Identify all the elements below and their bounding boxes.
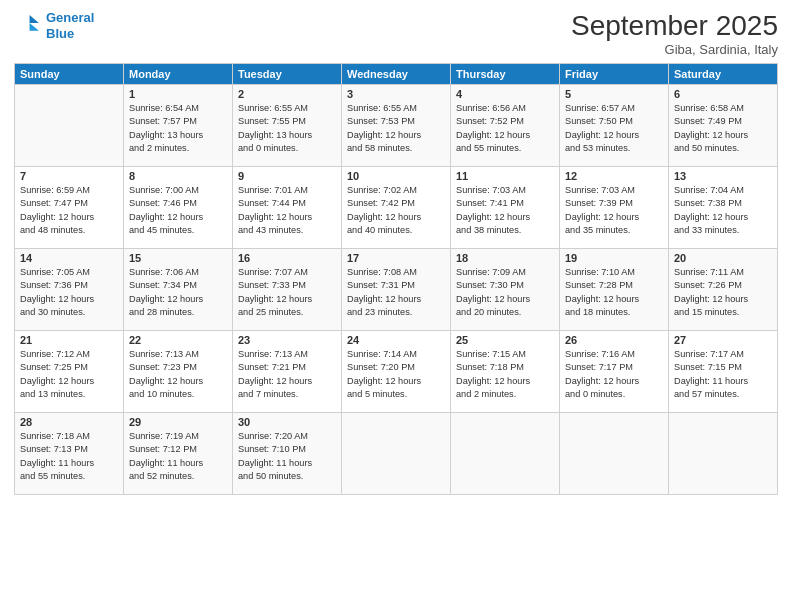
day-info: Sunrise: 6:56 AM Sunset: 7:52 PM Dayligh… (456, 102, 554, 155)
day-number: 2 (238, 88, 336, 100)
day-cell: 30Sunrise: 7:20 AM Sunset: 7:10 PM Dayli… (233, 413, 342, 495)
day-number: 3 (347, 88, 445, 100)
day-number: 7 (20, 170, 118, 182)
day-cell (15, 85, 124, 167)
day-cell: 10Sunrise: 7:02 AM Sunset: 7:42 PM Dayli… (342, 167, 451, 249)
day-cell (451, 413, 560, 495)
logo: General Blue (14, 10, 94, 41)
day-info: Sunrise: 6:54 AM Sunset: 7:57 PM Dayligh… (129, 102, 227, 155)
day-info: Sunrise: 7:20 AM Sunset: 7:10 PM Dayligh… (238, 430, 336, 483)
day-cell: 24Sunrise: 7:14 AM Sunset: 7:20 PM Dayli… (342, 331, 451, 413)
day-number: 25 (456, 334, 554, 346)
day-cell: 17Sunrise: 7:08 AM Sunset: 7:31 PM Dayli… (342, 249, 451, 331)
logo-line2: Blue (46, 26, 74, 41)
day-cell: 6Sunrise: 6:58 AM Sunset: 7:49 PM Daylig… (669, 85, 778, 167)
col-header-tuesday: Tuesday (233, 64, 342, 85)
day-cell: 13Sunrise: 7:04 AM Sunset: 7:38 PM Dayli… (669, 167, 778, 249)
day-number: 8 (129, 170, 227, 182)
day-number: 24 (347, 334, 445, 346)
day-number: 12 (565, 170, 663, 182)
day-number: 14 (20, 252, 118, 264)
day-number: 21 (20, 334, 118, 346)
day-info: Sunrise: 7:12 AM Sunset: 7:25 PM Dayligh… (20, 348, 118, 401)
day-cell: 12Sunrise: 7:03 AM Sunset: 7:39 PM Dayli… (560, 167, 669, 249)
day-info: Sunrise: 7:03 AM Sunset: 7:39 PM Dayligh… (565, 184, 663, 237)
day-info: Sunrise: 6:57 AM Sunset: 7:50 PM Dayligh… (565, 102, 663, 155)
day-cell: 9Sunrise: 7:01 AM Sunset: 7:44 PM Daylig… (233, 167, 342, 249)
day-cell: 2Sunrise: 6:55 AM Sunset: 7:55 PM Daylig… (233, 85, 342, 167)
month-title: September 2025 (571, 10, 778, 42)
day-cell: 7Sunrise: 6:59 AM Sunset: 7:47 PM Daylig… (15, 167, 124, 249)
day-cell: 16Sunrise: 7:07 AM Sunset: 7:33 PM Dayli… (233, 249, 342, 331)
day-info: Sunrise: 6:55 AM Sunset: 7:53 PM Dayligh… (347, 102, 445, 155)
day-number: 17 (347, 252, 445, 264)
day-info: Sunrise: 7:09 AM Sunset: 7:30 PM Dayligh… (456, 266, 554, 319)
day-info: Sunrise: 7:01 AM Sunset: 7:44 PM Dayligh… (238, 184, 336, 237)
day-info: Sunrise: 7:10 AM Sunset: 7:28 PM Dayligh… (565, 266, 663, 319)
day-cell: 28Sunrise: 7:18 AM Sunset: 7:13 PM Dayli… (15, 413, 124, 495)
header-row: SundayMondayTuesdayWednesdayThursdayFrid… (15, 64, 778, 85)
day-number: 27 (674, 334, 772, 346)
day-info: Sunrise: 7:05 AM Sunset: 7:36 PM Dayligh… (20, 266, 118, 319)
day-cell: 1Sunrise: 6:54 AM Sunset: 7:57 PM Daylig… (124, 85, 233, 167)
day-cell: 15Sunrise: 7:06 AM Sunset: 7:34 PM Dayli… (124, 249, 233, 331)
logo-line1: General (46, 10, 94, 25)
day-number: 4 (456, 88, 554, 100)
logo-icon (14, 12, 42, 40)
day-cell: 21Sunrise: 7:12 AM Sunset: 7:25 PM Dayli… (15, 331, 124, 413)
day-info: Sunrise: 7:04 AM Sunset: 7:38 PM Dayligh… (674, 184, 772, 237)
day-cell: 29Sunrise: 7:19 AM Sunset: 7:12 PM Dayli… (124, 413, 233, 495)
day-cell: 4Sunrise: 6:56 AM Sunset: 7:52 PM Daylig… (451, 85, 560, 167)
day-number: 5 (565, 88, 663, 100)
day-number: 20 (674, 252, 772, 264)
week-row-3: 14Sunrise: 7:05 AM Sunset: 7:36 PM Dayli… (15, 249, 778, 331)
calendar-table: SundayMondayTuesdayWednesdayThursdayFrid… (14, 63, 778, 495)
day-number: 11 (456, 170, 554, 182)
day-cell: 22Sunrise: 7:13 AM Sunset: 7:23 PM Dayli… (124, 331, 233, 413)
col-header-wednesday: Wednesday (342, 64, 451, 85)
day-number: 19 (565, 252, 663, 264)
day-number: 30 (238, 416, 336, 428)
week-row-5: 28Sunrise: 7:18 AM Sunset: 7:13 PM Dayli… (15, 413, 778, 495)
day-number: 9 (238, 170, 336, 182)
day-cell: 20Sunrise: 7:11 AM Sunset: 7:26 PM Dayli… (669, 249, 778, 331)
title-block: September 2025 Giba, Sardinia, Italy (571, 10, 778, 57)
day-info: Sunrise: 6:55 AM Sunset: 7:55 PM Dayligh… (238, 102, 336, 155)
day-info: Sunrise: 7:19 AM Sunset: 7:12 PM Dayligh… (129, 430, 227, 483)
day-number: 18 (456, 252, 554, 264)
day-cell: 26Sunrise: 7:16 AM Sunset: 7:17 PM Dayli… (560, 331, 669, 413)
day-number: 6 (674, 88, 772, 100)
day-info: Sunrise: 7:13 AM Sunset: 7:21 PM Dayligh… (238, 348, 336, 401)
subtitle: Giba, Sardinia, Italy (571, 42, 778, 57)
day-info: Sunrise: 7:11 AM Sunset: 7:26 PM Dayligh… (674, 266, 772, 319)
day-number: 29 (129, 416, 227, 428)
day-cell: 19Sunrise: 7:10 AM Sunset: 7:28 PM Dayli… (560, 249, 669, 331)
day-number: 22 (129, 334, 227, 346)
day-cell (342, 413, 451, 495)
day-cell: 18Sunrise: 7:09 AM Sunset: 7:30 PM Dayli… (451, 249, 560, 331)
day-info: Sunrise: 6:59 AM Sunset: 7:47 PM Dayligh… (20, 184, 118, 237)
week-row-4: 21Sunrise: 7:12 AM Sunset: 7:25 PM Dayli… (15, 331, 778, 413)
day-cell: 3Sunrise: 6:55 AM Sunset: 7:53 PM Daylig… (342, 85, 451, 167)
day-cell: 23Sunrise: 7:13 AM Sunset: 7:21 PM Dayli… (233, 331, 342, 413)
day-cell: 8Sunrise: 7:00 AM Sunset: 7:46 PM Daylig… (124, 167, 233, 249)
day-info: Sunrise: 7:02 AM Sunset: 7:42 PM Dayligh… (347, 184, 445, 237)
day-number: 13 (674, 170, 772, 182)
day-info: Sunrise: 7:07 AM Sunset: 7:33 PM Dayligh… (238, 266, 336, 319)
col-header-saturday: Saturday (669, 64, 778, 85)
day-info: Sunrise: 7:17 AM Sunset: 7:15 PM Dayligh… (674, 348, 772, 401)
day-cell (669, 413, 778, 495)
week-row-1: 1Sunrise: 6:54 AM Sunset: 7:57 PM Daylig… (15, 85, 778, 167)
day-info: Sunrise: 7:16 AM Sunset: 7:17 PM Dayligh… (565, 348, 663, 401)
day-cell: 25Sunrise: 7:15 AM Sunset: 7:18 PM Dayli… (451, 331, 560, 413)
day-number: 28 (20, 416, 118, 428)
day-cell: 5Sunrise: 6:57 AM Sunset: 7:50 PM Daylig… (560, 85, 669, 167)
day-number: 10 (347, 170, 445, 182)
day-cell (560, 413, 669, 495)
week-row-2: 7Sunrise: 6:59 AM Sunset: 7:47 PM Daylig… (15, 167, 778, 249)
logo-text: General Blue (46, 10, 94, 41)
svg-marker-0 (30, 15, 39, 23)
day-cell: 27Sunrise: 7:17 AM Sunset: 7:15 PM Dayli… (669, 331, 778, 413)
day-info: Sunrise: 6:58 AM Sunset: 7:49 PM Dayligh… (674, 102, 772, 155)
day-cell: 11Sunrise: 7:03 AM Sunset: 7:41 PM Dayli… (451, 167, 560, 249)
